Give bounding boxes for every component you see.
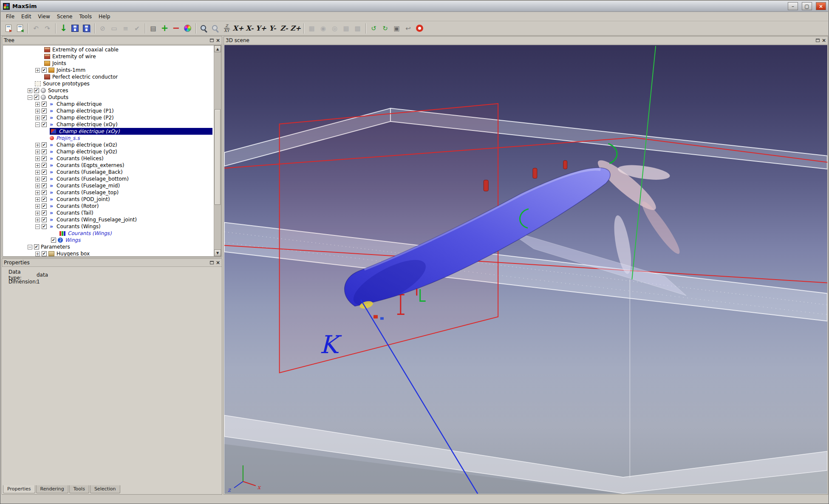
tree-item[interactable]: −✔»Champ électrique (xOy) — [3, 121, 213, 128]
tree-item[interactable]: Joints — [3, 60, 213, 67]
tree-checkbox[interactable]: ✔ — [42, 210, 47, 215]
cancel-button[interactable]: ⊘ — [97, 23, 108, 34]
tree-item[interactable]: −✔»Courants (Wings) — [3, 223, 213, 230]
menu-view[interactable]: View — [34, 12, 53, 21]
menu-file[interactable]: File — [3, 12, 18, 21]
tree-checkbox[interactable]: ✔ — [51, 238, 56, 243]
tree-expander[interactable]: + — [35, 252, 40, 256]
grid-view-button[interactable]: ▩ — [352, 23, 363, 34]
tree-expander[interactable]: + — [35, 197, 40, 202]
minimize-button[interactable]: – — [788, 2, 798, 10]
view-x-minus-button[interactable]: X- — [244, 23, 255, 34]
tree-checkbox[interactable]: ✔ — [42, 142, 47, 147]
tree-item[interactable]: +✔»Courants (Fuselage_top) — [3, 189, 213, 196]
tree-scrollbar[interactable]: ▲ ▼ — [214, 45, 221, 256]
tree-item[interactable]: Source prototypes — [3, 80, 213, 87]
tree-expander[interactable]: + — [35, 177, 40, 181]
tree-expander[interactable]: − — [35, 122, 40, 127]
3d-viewport[interactable]: K x z — [224, 45, 827, 494]
view-z-minus-button[interactable]: Z- — [278, 23, 290, 34]
validate-button[interactable]: ✔ — [131, 23, 143, 34]
tree-checkbox[interactable]: ✔ — [42, 190, 47, 195]
tree-item[interactable]: −✔Outputs — [3, 94, 213, 101]
tree-expander[interactable]: + — [35, 109, 40, 113]
import-results-button[interactable]: ↓ — [58, 23, 69, 34]
help-button[interactable] — [414, 23, 425, 34]
tree-item[interactable]: +✔»Courants (Wing_Fuselage_joint) — [3, 216, 213, 223]
tree-expander[interactable]: − — [28, 95, 32, 100]
scroll-down-icon[interactable]: ▼ — [214, 249, 221, 256]
tab-tools[interactable]: Tools — [69, 485, 89, 493]
float-panel-icon[interactable] — [816, 39, 820, 42]
tree-expander[interactable]: + — [35, 190, 40, 195]
rotate-left-button[interactable]: ↺ — [368, 23, 379, 34]
tree-item[interactable]: +✔»Courants (Fuselage_mid) — [3, 182, 213, 189]
tab-rendering[interactable]: Rendering — [36, 485, 68, 493]
tree-item[interactable]: Extremity of wire — [3, 53, 213, 60]
tree-item[interactable]: Projin_s.s — [3, 135, 213, 142]
save-button[interactable] — [69, 23, 81, 34]
tab-selection[interactable]: Selection — [90, 485, 120, 493]
tab-properties[interactable]: Properties — [3, 485, 35, 493]
float-panel-icon[interactable] — [210, 39, 214, 42]
remove-item-button[interactable]: − — [170, 23, 182, 34]
tree-checkbox[interactable]: ✔ — [42, 170, 47, 175]
add-item-button[interactable]: + — [159, 23, 170, 34]
undo-button[interactable]: ↶ — [30, 23, 42, 34]
tree-item[interactable]: +✔»Champ électrique (P1) — [3, 108, 213, 114]
tree-item[interactable]: +✔»Courants (Fuselage_bottom) — [3, 176, 213, 182]
tree-expander[interactable]: + — [35, 184, 40, 188]
tree-expander[interactable]: + — [35, 156, 40, 161]
tree-item[interactable]: Extremity of coaxial cable — [3, 46, 213, 53]
mesh-view-button[interactable]: ▦ — [306, 23, 317, 34]
tree-item[interactable]: +✔Huygens box — [3, 250, 213, 257]
screenshot-button[interactable]: ▣ — [391, 23, 402, 34]
import-model-button[interactable] — [3, 23, 14, 34]
view-y-minus-button[interactable]: Y- — [267, 23, 278, 34]
tree-item[interactable]: −✔Parameters — [3, 244, 213, 250]
tree-item[interactable]: Perfect electric conductor — [3, 74, 213, 80]
tree-checkbox[interactable]: ✔ — [42, 156, 47, 161]
tree-expander[interactable]: + — [35, 143, 40, 147]
menu-tools[interactable]: Tools — [76, 12, 95, 21]
tree-checkbox[interactable]: ✔ — [34, 95, 39, 100]
tree-item[interactable]: +✔»Courants (Fuselage_Back) — [3, 169, 213, 176]
equalize-button[interactable]: ≡ — [120, 23, 131, 34]
save-as-button[interactable] — [81, 23, 92, 34]
tree-item[interactable]: +✔»Champ électrique (yOz) — [3, 148, 213, 155]
redo-button[interactable]: ↷ — [42, 23, 53, 34]
tree-expander[interactable]: + — [35, 204, 40, 209]
sphere-view-button[interactable]: ◉ — [317, 23, 329, 34]
tree-checkbox[interactable]: ✔ — [42, 251, 47, 256]
tree-item[interactable]: +✔»Champ électrique (P2) — [3, 114, 213, 121]
tree-item[interactable]: Champ électrique (xOy) — [3, 128, 213, 135]
tree-checkbox[interactable]: ✔ — [42, 108, 47, 113]
float-panel-icon[interactable] — [210, 261, 214, 264]
color-palette-button[interactable] — [182, 23, 193, 34]
tree-item[interactable]: +✔Sources — [3, 87, 213, 94]
tree-checkbox[interactable]: ✔ — [42, 183, 47, 188]
tree-item[interactable]: +✔»Champ électrique — [3, 101, 213, 108]
tree-checkbox[interactable]: ✔ — [42, 68, 47, 73]
tree-checkbox[interactable]: ✔ — [42, 122, 47, 127]
tree-expander[interactable]: + — [35, 163, 40, 168]
tree-checkbox[interactable]: ✔ — [34, 244, 39, 249]
tree-item[interactable]: ✔2Wings — [3, 237, 213, 244]
tree-expander[interactable]: + — [35, 116, 40, 120]
tree-item[interactable]: +✔Joints-1mm — [3, 67, 213, 74]
view-z-plus-button[interactable]: Z+ — [290, 23, 301, 34]
menu-edit[interactable]: Edit — [18, 12, 34, 21]
tree-item[interactable]: +✔»Courants (POD_joint) — [3, 196, 213, 203]
snapshot-button[interactable]: ▤ — [147, 23, 159, 34]
close-panel-icon[interactable]: × — [822, 38, 826, 42]
tree-expander[interactable]: − — [28, 245, 32, 249]
tree-expander[interactable]: + — [28, 88, 32, 93]
close-panel-icon[interactable]: × — [216, 38, 220, 42]
close-button[interactable]: × — [816, 2, 826, 10]
menu-help[interactable]: Help — [95, 12, 113, 21]
tree-checkbox[interactable]: ✔ — [42, 204, 47, 209]
tree-item[interactable]: +✔»Courants (Tail) — [3, 210, 213, 216]
export-model-button[interactable] — [14, 23, 25, 34]
tree-expander[interactable]: + — [35, 102, 40, 107]
scale-axes-button[interactable]: ZXY — [221, 23, 232, 34]
